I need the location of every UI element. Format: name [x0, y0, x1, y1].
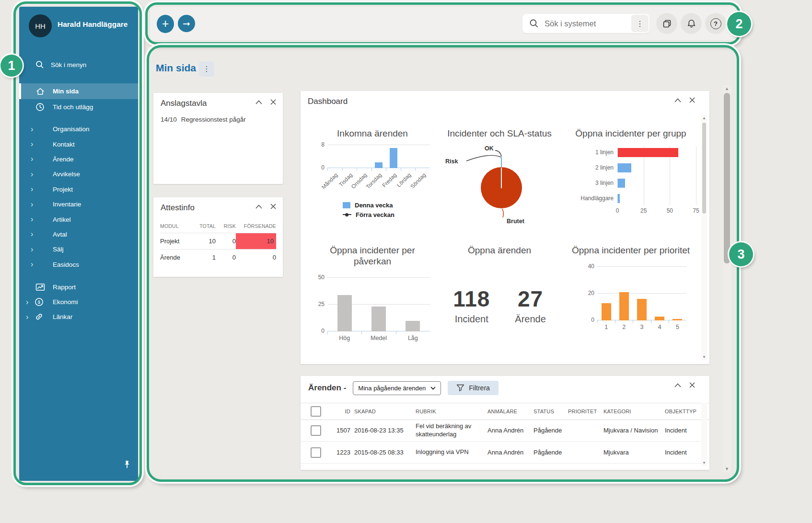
sidebar-item-rapport[interactable]: Rapport: [19, 280, 138, 295]
chevron-right-icon: ›: [31, 201, 33, 208]
sidebar-group-item[interactable]: › Organisation: [19, 122, 138, 136]
sidebar-item-min-sida[interactable]: Min sida: [19, 83, 138, 99]
question-mark-icon: ?: [710, 18, 721, 29]
sidebar: HH Harald Handläggare Sök i menyn Min si…: [19, 7, 138, 481]
row-checkbox[interactable]: [311, 447, 321, 458]
chevron-right-icon: ›: [26, 313, 28, 321]
notifications-button[interactable]: [681, 13, 702, 34]
filter-button[interactable]: Filtrera: [448, 381, 499, 395]
sidebar-group-item[interactable]: › Projekt: [19, 182, 138, 197]
svg-text:$: $: [38, 299, 41, 305]
widget-dashboard: Dashboard Inkomna ärenden 08MåndagTisdag…: [301, 91, 709, 364]
report-chart-icon: [35, 283, 45, 291]
collapse-icon[interactable]: [255, 100, 262, 104]
collapse-icon[interactable]: [674, 383, 681, 387]
filter-dropdown[interactable]: Mina pågående ärenden: [353, 381, 441, 395]
page-options-kebab[interactable]: ⋮: [199, 61, 214, 77]
dashboard-scrollbar[interactable]: ▲ ▼: [701, 115, 707, 360]
annotation-badge-1: 1: [0, 55, 23, 77]
horizontal-bar-chart: 1 linjen2 linjen3 linjenHandläggare02550…: [566, 148, 696, 216]
close-icon[interactable]: [689, 382, 695, 388]
search-options-kebab[interactable]: ⋮: [631, 15, 649, 32]
entry-date: 14/10: [161, 116, 177, 123]
windows-button[interactable]: [656, 13, 677, 34]
table-row[interactable]: 1507 2016-08-23 13:35 Fel vid beräkning …: [301, 420, 702, 442]
scroll-up-arrow[interactable]: ▲: [701, 116, 707, 120]
chevron-right-icon: ›: [31, 261, 33, 268]
pin-sidebar-button[interactable]: [123, 460, 131, 469]
close-icon[interactable]: [270, 204, 276, 209]
widget-anslagstavla: Anslagstavla 14/10Regressionstest pågår: [153, 93, 283, 184]
sidebar-group-item[interactable]: › Artikel: [19, 212, 138, 227]
annotation-badge-2: 2: [727, 12, 751, 36]
attest-row[interactable]: Projekt 10 0 10: [160, 233, 276, 249]
topbar: + ➞ ⋮ ?: [150, 7, 736, 40]
chevron-right-icon: ›: [26, 298, 28, 306]
widget-title: Anslagstavla: [161, 99, 207, 108]
menu-search[interactable]: Sök i menyn: [19, 57, 138, 73]
close-icon[interactable]: [689, 97, 695, 103]
widget-title: Dashboard: [308, 97, 348, 106]
main-scrollbar[interactable]: ▲ ▼: [723, 85, 731, 472]
annotation-badge-3: 3: [729, 242, 753, 266]
help-button[interactable]: ?: [705, 13, 726, 34]
chevron-right-icon: ›: [31, 246, 33, 253]
scrollbar-thumb[interactable]: [702, 123, 706, 214]
sidebar-item-ekonomi[interactable]: › $ Ekonomi: [19, 295, 138, 309]
link-icon: [35, 312, 44, 321]
table-header: ID SKAPAD RUBRIK ANMÄLARE STATUS PRIORIT…: [301, 403, 709, 420]
scroll-down-arrow[interactable]: ▼: [701, 461, 707, 465]
widget-arenden: Ärenden - Mina pågående ärenden Filtrera…: [301, 376, 709, 470]
forward-button[interactable]: ➞: [178, 15, 195, 32]
stat-arende: 27 Ärende: [515, 286, 546, 325]
widget-attestinfo: Attestinfo MODUL TOTAL RISK FÖRSENADE Pr…: [153, 197, 283, 277]
pin-icon: [123, 460, 131, 469]
chevron-right-icon: ›: [31, 155, 33, 163]
system-search: ⋮: [522, 14, 650, 33]
page-title: Min sida: [156, 62, 196, 74]
sidebar-group-item[interactable]: › Avvikelse: [19, 167, 138, 182]
menu-search-label: Sök i menyn: [51, 61, 86, 68]
pie-slice-ok: [501, 157, 502, 167]
attest-table-header: MODUL TOTAL RISK FÖRSENADE: [160, 219, 276, 233]
close-icon[interactable]: [270, 99, 276, 105]
sidebar-group-item[interactable]: › Easidocs: [19, 257, 138, 272]
board-entry: 14/10Regressionstest pågår: [161, 116, 246, 123]
scrollbar-thumb[interactable]: [724, 93, 730, 263]
arenden-scrollbar[interactable]: ▼: [701, 403, 707, 466]
sidebar-group-item[interactable]: › Ärende: [19, 152, 138, 167]
avatar-initials: HH: [35, 22, 46, 30]
chart-legend: Denna vecka Förra veckan: [343, 202, 430, 218]
sidebar-item-tid-och-utlagg[interactable]: Tid och utlägg: [19, 99, 138, 115]
table-row[interactable]: 1223 2015-08-25 08:33 Inloggning via VPN…: [301, 442, 702, 464]
bar-chart: 0204012345: [585, 267, 686, 330]
widget-title: Attestinfo: [161, 203, 195, 213]
scroll-up-arrow[interactable]: ▲: [723, 86, 731, 91]
add-button[interactable]: +: [157, 15, 174, 33]
copy-pages-icon: [662, 19, 672, 29]
legend-swatch-denna-vecka: [343, 202, 350, 208]
chevron-right-icon: ›: [31, 185, 33, 193]
chevron-right-icon: ›: [31, 216, 33, 223]
sidebar-group-item[interactable]: › Inventarie: [19, 197, 138, 212]
sidebar-group-item[interactable]: › Sälj: [19, 242, 138, 257]
scroll-down-arrow[interactable]: ▼: [701, 355, 707, 359]
collapse-icon[interactable]: [255, 205, 262, 209]
sidebar-group-item[interactable]: › Avtal: [19, 227, 138, 242]
avatar[interactable]: HH: [29, 14, 52, 37]
search-input[interactable]: [544, 19, 631, 29]
chart-inkomna-arenden: Inkomna ärenden 08MåndagTisdagOnsdagTors…: [315, 128, 430, 218]
sidebar-group-item[interactable]: › Kontakt: [19, 136, 138, 151]
row-checkbox[interactable]: [311, 425, 321, 436]
bar-chart: 08MåndagTisdagOnsdagTorsdagFredagLördagS…: [315, 145, 430, 197]
bell-icon: [686, 19, 696, 29]
scroll-down-arrow[interactable]: ▼: [723, 466, 731, 471]
attest-row[interactable]: Ärende 1 0 0: [160, 249, 276, 265]
dollar-circle-icon: $: [35, 297, 44, 307]
sidebar-item-lankar[interactable]: › Länkar: [19, 309, 138, 324]
collapse-icon[interactable]: [674, 98, 681, 102]
select-all-checkbox[interactable]: [311, 406, 321, 417]
chart-incidenter-per-prioritet: Öppna incidenter per prioritet 020401234…: [566, 245, 696, 330]
funnel-icon: [456, 384, 464, 392]
overdue-alert-cell: 10: [236, 233, 276, 249]
